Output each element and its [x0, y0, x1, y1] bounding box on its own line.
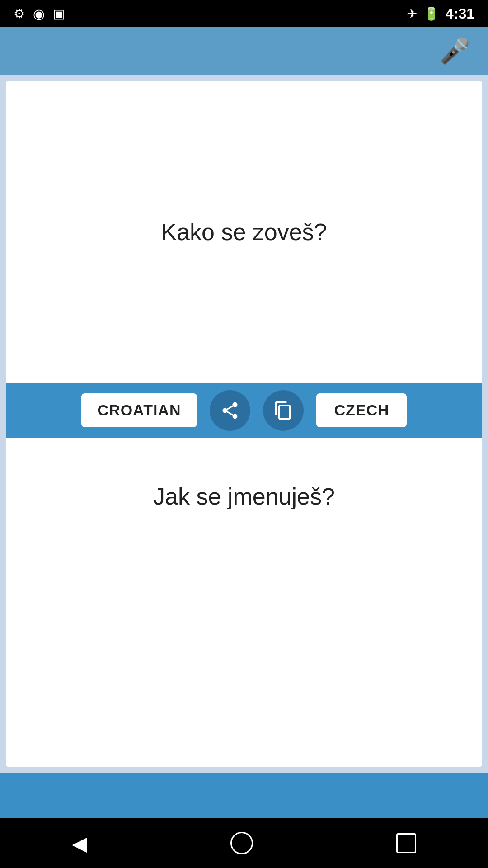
mic-icon: 🎤: [440, 37, 470, 65]
translation-toolbar: CROATIAN CZECH: [6, 383, 482, 438]
target-panel: Jak se jmenuješ?: [6, 438, 482, 767]
source-text: Kako se zoveš?: [143, 200, 345, 264]
battery-icon: 🔋: [423, 6, 439, 21]
status-right-icons: ✈ 🔋 4:31: [407, 5, 474, 22]
status-time: 4:31: [446, 5, 474, 22]
target-language-button[interactable]: CZECH: [316, 393, 407, 427]
source-language-button[interactable]: CROATIAN: [81, 393, 197, 427]
copy-button[interactable]: [263, 390, 304, 431]
home-icon: [230, 832, 253, 854]
status-left-icons: [14, 6, 65, 22]
sd-card-icon: [53, 6, 65, 21]
nav-bar: ◀: [0, 818, 488, 868]
mic-button[interactable]: 🎤: [440, 37, 470, 65]
share-icon: [220, 401, 240, 420]
bottom-toolbar: [0, 773, 488, 818]
settings-icon: [14, 6, 25, 21]
back-icon: ◀: [72, 832, 87, 855]
recents-icon: [396, 833, 416, 853]
home-button[interactable]: [230, 832, 253, 854]
copy-icon: [273, 401, 293, 420]
target-text: Jak se jmenuješ?: [135, 465, 353, 528]
airplane-icon: ✈: [407, 6, 417, 21]
source-panel: Kako se zoveš?: [6, 81, 482, 383]
status-bar: ✈ 🔋 4:31: [0, 0, 488, 27]
app-header: 🎤: [0, 27, 488, 75]
back-button[interactable]: ◀: [72, 832, 87, 855]
recents-button[interactable]: [396, 833, 416, 853]
main-content: Kako se zoveš? CROATIAN CZECH Jak se jme…: [0, 75, 488, 773]
share-button[interactable]: [210, 390, 250, 431]
circle-menu-icon: [33, 6, 45, 22]
